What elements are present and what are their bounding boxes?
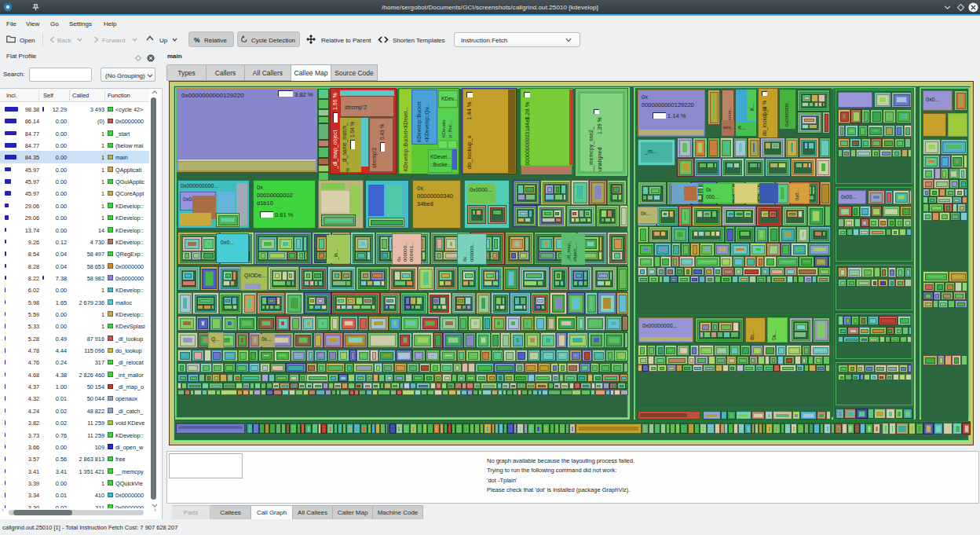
- svg-text:0x000000000...: 0x000000000...: [181, 183, 218, 189]
- svg-text:3.82 %: 3.82 %: [294, 91, 313, 98]
- svg-text:<KDevelop::Qu...: <KDevelop::Qu...: [424, 103, 430, 142]
- svg-text:0x00000000...: 0x00000000...: [642, 323, 677, 328]
- svg-text:QIODe...: QIODe...: [244, 273, 266, 279]
- svg-text:_m...: _m...: [644, 148, 657, 155]
- svg-text:p: p: [346, 167, 349, 173]
- svg-text:do_lookup_x: do_lookup_x: [466, 135, 473, 169]
- svg-text:0x: 0x: [706, 187, 712, 192]
- svg-text:KDevelop::Bucket: KDevelop::Bucket: [416, 101, 422, 142]
- svg-text:34be8: 34be8: [417, 200, 433, 207]
- svg-text:0x: 0x: [417, 185, 423, 192]
- svg-text:K...: K...: [738, 125, 746, 130]
- svg-text:KDevelo: KDevelo: [441, 119, 446, 137]
- svg-text:strcmp'2: strcmp'2: [371, 148, 378, 168]
- svg-text:0.43 %: 0.43 %: [379, 124, 385, 140]
- svg-text:1.14 %: 1.14 %: [667, 112, 686, 119]
- svg-text:KDev...: KDev...: [441, 96, 458, 101]
- svg-text:_dl_name_match_: _dl_name_match_: [342, 123, 348, 166]
- svg-text:0x: 0x: [463, 257, 467, 262]
- svg-text:_dl_map_: _dl_map_: [566, 240, 571, 262]
- svg-text:0x0...: 0x0...: [926, 97, 939, 102]
- svg-text:KDevelop::Bucket<KDevel...: KDevelop::Bucket<KDevel...: [403, 107, 409, 171]
- svg-text:00000000002: 00000000002: [257, 192, 293, 199]
- svg-text:0x: 0x: [642, 93, 648, 101]
- svg-text:__memcpy_sse2_: __memcpy_sse2_: [588, 126, 594, 172]
- svg-text:K...: K...: [749, 103, 755, 111]
- svg-text:000461...: 000461...: [409, 242, 414, 262]
- svg-text:000000...: 000000...: [470, 242, 474, 262]
- svg-text:_dl_map_object: _dl_map_object: [332, 130, 338, 170]
- svg-text:0x0...: 0x0...: [795, 189, 799, 200]
- svg-text:strcm...: strcm...: [727, 106, 732, 122]
- svg-text:KDevel...: KDevel...: [430, 154, 452, 159]
- svg-text:000000...: 000000...: [403, 242, 408, 262]
- svg-text:0x000000000031d4e0: 0x000000000031d4e0: [525, 116, 530, 171]
- svg-text:0x0000000...: 0x0000000...: [784, 99, 789, 126]
- svg-text:0x0000000000129220: 0x0000000000129220: [181, 92, 244, 99]
- svg-text:1.44 %: 1.44 %: [466, 101, 473, 120]
- svg-text:0000000000129220: 0000000000129220: [642, 101, 694, 108]
- svg-text:1.04 %: 1.04 %: [349, 122, 355, 137]
- svg-text:object_...: object_...: [572, 242, 577, 262]
- svg-text:0.61 %: 0.61 %: [275, 211, 294, 218]
- svg-text:0x...: 0x...: [641, 211, 650, 216]
- svg-text:000...: 000...: [706, 194, 719, 200]
- svg-text:1.39 %: 1.39 %: [597, 117, 602, 134]
- svg-text:0x0000...: 0x0000...: [470, 187, 492, 192]
- svg-text:do_lookup_x: do_lookup_x: [762, 106, 768, 136]
- svg-text:1.96 %: 1.96 %: [332, 93, 338, 110]
- svg-text:Q...: Q...: [211, 336, 220, 343]
- svg-text:d1b10: d1b10: [257, 200, 273, 207]
- svg-text:0x...: 0x...: [771, 331, 777, 340]
- svg-text:p::Buc...: p::Buc...: [448, 120, 452, 137]
- svg-text:0x00...: 0x00...: [841, 194, 857, 200]
- svg-text:0x: 0x: [257, 184, 263, 191]
- svg-text:00000000340: 00000000340: [417, 192, 453, 200]
- svg-text:0x: 0x: [397, 257, 401, 262]
- svg-text:0x0...: 0x0...: [221, 240, 234, 245]
- svg-text:do...: do...: [749, 330, 755, 340]
- svg-text:::Bucke...: ::Bucke...: [430, 162, 452, 167]
- svg-text:strc...: strc...: [723, 125, 735, 130]
- svg-text:_in...: _in...: [333, 249, 339, 261]
- svg-text:unaligned: unaligned: [597, 148, 603, 171]
- svg-text:strcmp'2: strcmp'2: [345, 104, 367, 111]
- svg-text:0x...: 0x...: [261, 336, 271, 342]
